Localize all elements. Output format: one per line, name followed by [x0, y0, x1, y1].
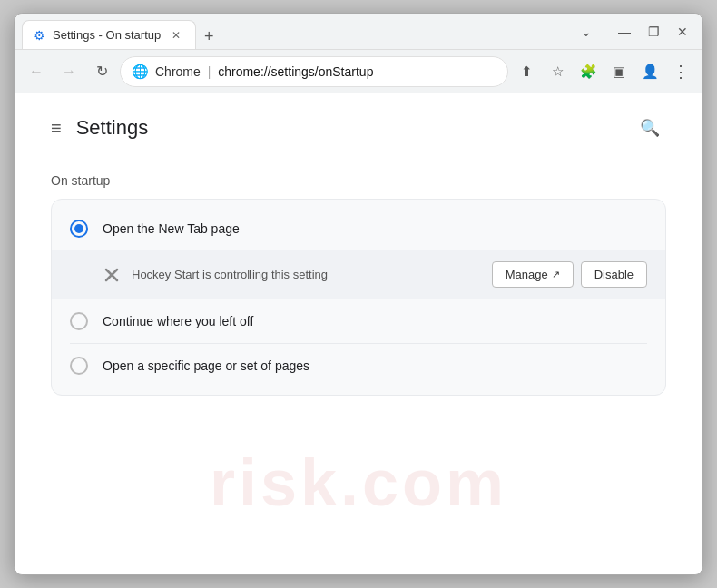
tab-close-button[interactable]: ✕	[168, 27, 184, 44]
extension-buttons: Manage ↗ Disable	[492, 261, 647, 288]
new-tab-button[interactable]: +	[196, 24, 221, 49]
navbar: ← → ↻ 🌐 Chrome | chrome://settings/onSta…	[15, 50, 702, 93]
close-icon: ✕	[677, 24, 688, 39]
options-card: Open the New Tab page Hockey Start is co…	[51, 199, 666, 396]
back-button[interactable]: ←	[22, 57, 51, 86]
settings-header: ≡ Settings 🔍	[51, 112, 666, 152]
address-separator: |	[208, 64, 211, 79]
manage-button[interactable]: Manage ↗	[492, 261, 574, 288]
option-continue[interactable]: Continue where you left off	[52, 299, 665, 343]
search-icon: 🔍	[640, 118, 660, 138]
new-tab-icon: +	[204, 27, 214, 46]
maximize-icon: ❐	[648, 24, 660, 39]
active-tab[interactable]: ⚙ Settings - On startup ✕	[22, 20, 196, 49]
more-icon: ⋮	[673, 62, 689, 82]
settings-layout: ≡ Settings 🔍 On startup Open the New Tab…	[15, 93, 702, 574]
menu-button[interactable]: ⋮	[666, 57, 695, 86]
address-text: Chrome | chrome://settings/onStartup	[155, 64, 373, 79]
bookmark-button[interactable]: ☆	[543, 57, 572, 86]
content-area: ≡ Settings 🔍 On startup Open the New Tab…	[15, 93, 702, 574]
forward-button[interactable]: →	[54, 57, 83, 86]
close-button[interactable]: ✕	[670, 19, 695, 44]
title-bar: ⚙ Settings - On startup ✕ + ⌄ — ❐ ✕	[15, 14, 702, 50]
tab-strip: ⚙ Settings - On startup ✕ +	[22, 14, 577, 49]
disable-label: Disable	[594, 268, 634, 281]
manage-label: Manage	[506, 268, 548, 281]
forward-icon: →	[62, 64, 76, 80]
minimize-icon: —	[618, 24, 631, 39]
minimize-button[interactable]: —	[612, 19, 637, 44]
address-bar[interactable]: 🌐 Chrome | chrome://settings/onStartup	[120, 56, 508, 87]
chevron-down-icon: ⌄	[581, 24, 592, 39]
back-icon: ←	[29, 64, 44, 80]
window-controls: — ❐ ✕	[612, 19, 695, 44]
extension-x-icon	[103, 266, 121, 284]
option-new-tab[interactable]: Open the New Tab page	[52, 207, 665, 250]
maximize-button[interactable]: ❐	[641, 19, 666, 44]
option-specific-page[interactable]: Open a specific page or set of pages	[52, 344, 665, 387]
extensions-button[interactable]: 🧩	[574, 57, 603, 86]
disable-button[interactable]: Disable	[581, 261, 647, 288]
extension-control-label: Hockey Start is controlling this setting	[132, 268, 481, 281]
top-right-controls: ⌄	[581, 24, 597, 39]
external-link-icon: ↗	[552, 269, 560, 280]
share-button[interactable]: ⬆	[512, 57, 541, 86]
option-specific-page-label: Open a specific page or set of pages	[103, 358, 309, 373]
settings-main: ≡ Settings 🔍 On startup Open the New Tab…	[15, 93, 702, 574]
reload-icon: ↻	[96, 63, 108, 80]
address-url: chrome://settings/onStartup	[218, 64, 373, 79]
tab-label: Settings - On startup	[53, 28, 161, 42]
puzzle-icon: 🧩	[580, 64, 597, 80]
option-continue-label: Continue where you left off	[103, 314, 253, 328]
tab-settings-icon: ⚙	[34, 28, 45, 43]
chrome-logo-icon: 🌐	[132, 64, 148, 80]
option-new-tab-label: Open the New Tab page	[103, 221, 240, 236]
share-icon: ⬆	[521, 64, 533, 80]
nav-right-icons: ⬆ ☆ 🧩 ▣ 👤 ⋮	[512, 57, 695, 86]
browser-window: ⚙ Settings - On startup ✕ + ⌄ — ❐ ✕	[14, 13, 703, 575]
star-icon: ☆	[552, 64, 564, 80]
radio-continue	[70, 312, 88, 330]
browser-name: Chrome	[155, 64, 201, 79]
reload-button[interactable]: ↻	[87, 57, 116, 86]
profile-icon: 👤	[642, 64, 659, 80]
page-title: Settings	[76, 116, 149, 140]
search-settings-button[interactable]: 🔍	[634, 112, 666, 144]
radio-specific-page	[70, 357, 88, 375]
hamburger-menu-icon[interactable]: ≡	[51, 118, 62, 139]
browser-icon: ▣	[613, 64, 625, 80]
extension-control-row: Hockey Start is controlling this setting…	[52, 250, 665, 299]
profile-button[interactable]: 👤	[635, 57, 664, 86]
browser-view-button[interactable]: ▣	[604, 57, 634, 86]
section-title: On startup	[51, 173, 666, 188]
radio-new-tab	[70, 220, 88, 238]
